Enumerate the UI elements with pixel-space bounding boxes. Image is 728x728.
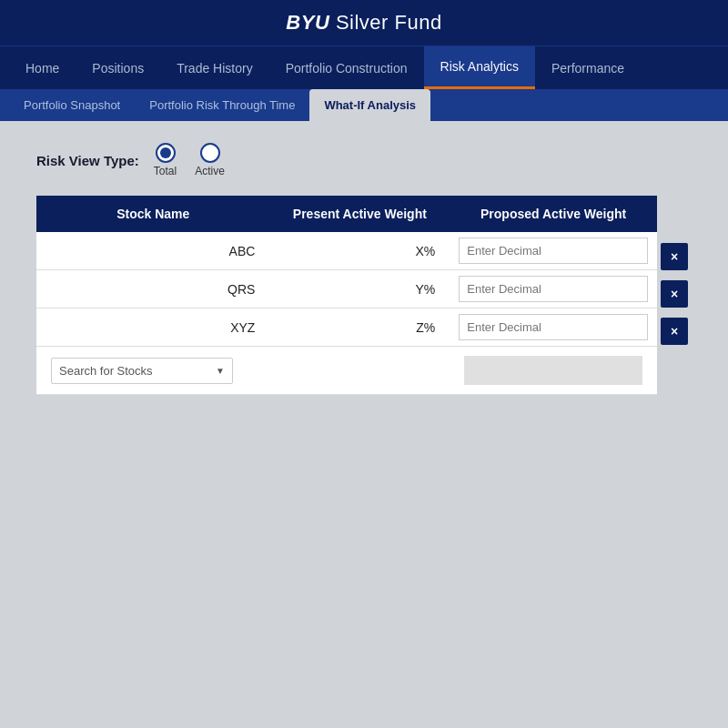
sub-nav-portfolio-risk-through-time[interactable]: Portfolio Risk Through Time (135, 89, 309, 121)
nav-item-trade-history[interactable]: Trade History (160, 48, 269, 88)
table-wrap: Stock Name Present Active Weight Propose… (36, 196, 657, 395)
radio-circle-total[interactable] (156, 143, 176, 163)
proposed-weight-input-qrs[interactable] (459, 276, 648, 302)
search-placeholder: Search for Stocks (59, 364, 153, 378)
radio-option-total[interactable]: Total (154, 143, 177, 177)
col-header-stock-name: Stock Name (36, 196, 269, 232)
proposed-weight-input-abc[interactable] (459, 238, 648, 264)
present-weight-abc: X% (269, 232, 450, 270)
brand-bold: BYU (286, 11, 329, 34)
risk-view-label: Risk View Type: (36, 153, 139, 168)
proposed-weight-cell-abc (450, 232, 657, 270)
delete-button-abc[interactable]: × (661, 243, 688, 270)
stock-name-xyz: XYZ (36, 308, 269, 347)
nav-item-portfolio-construction[interactable]: Portfolio Construction (269, 48, 424, 88)
nav-item-performance[interactable]: Performance (535, 48, 641, 88)
brand-name: Silver Fund (329, 11, 441, 34)
table-container: Stock Name Present Active Weight Propose… (36, 196, 692, 395)
nav-item-positions[interactable]: Positions (76, 48, 160, 88)
sub-nav-what-if-analysis[interactable]: What-If Analysis (309, 89, 430, 121)
main-content: Risk View Type: Total Active Stock Name … (0, 121, 728, 417)
col-header-present-active-weight: Present Active Weight (269, 196, 450, 232)
main-nav: Home Positions Trade History Portfolio C… (0, 46, 728, 89)
table-row: QRS Y% (36, 270, 657, 308)
proposed-weight-cell-xyz (450, 308, 657, 347)
radio-label-total: Total (154, 165, 177, 177)
search-dropdown[interactable]: Search for Stocks ▼ (51, 358, 233, 384)
stock-name-abc: ABC (36, 232, 269, 270)
present-weight-xyz: Z% (269, 308, 450, 347)
sub-nav: Portfolio Snapshot Portfolio Risk Throug… (0, 89, 728, 121)
delete-button-qrs[interactable]: × (661, 280, 688, 308)
table-row: ABC X% (36, 232, 657, 270)
chevron-down-icon: ▼ (216, 366, 225, 376)
proposed-empty-placeholder (464, 356, 642, 385)
search-proposed-cell (450, 347, 657, 395)
delete-cell-abc: × (657, 238, 692, 275)
radio-option-active[interactable]: Active (195, 143, 225, 177)
search-row: Search for Stocks ▼ (36, 347, 657, 395)
stock-name-qrs: QRS (36, 270, 269, 308)
table-row: XYZ Z% (36, 308, 657, 347)
delete-button-xyz[interactable]: × (661, 318, 688, 345)
app-header: BYU Silver Fund (0, 0, 728, 46)
nav-item-home[interactable]: Home (9, 48, 76, 88)
data-table: Stock Name Present Active Weight Propose… (36, 196, 657, 395)
search-cell: Search for Stocks ▼ (36, 347, 269, 395)
delete-cell-xyz: × (657, 312, 692, 349)
sub-nav-portfolio-snapshot[interactable]: Portfolio Snapshot (9, 89, 135, 121)
delete-cell-qrs: × (657, 275, 692, 312)
radio-circle-active[interactable] (200, 143, 220, 163)
radio-group: Total Active (154, 143, 225, 177)
proposed-weight-cell-qrs (450, 270, 657, 308)
delete-buttons-column: × × × (657, 196, 692, 349)
col-header-proposed-active-weight: Proposed Active Weight (450, 196, 657, 232)
proposed-weight-input-xyz[interactable] (459, 314, 648, 340)
search-present-cell (269, 347, 450, 395)
nav-item-risk-analytics[interactable]: Risk Analytics (424, 46, 535, 89)
radio-label-active: Active (195, 165, 225, 177)
risk-view-type-row: Risk View Type: Total Active (36, 143, 692, 177)
present-weight-qrs: Y% (269, 270, 450, 308)
